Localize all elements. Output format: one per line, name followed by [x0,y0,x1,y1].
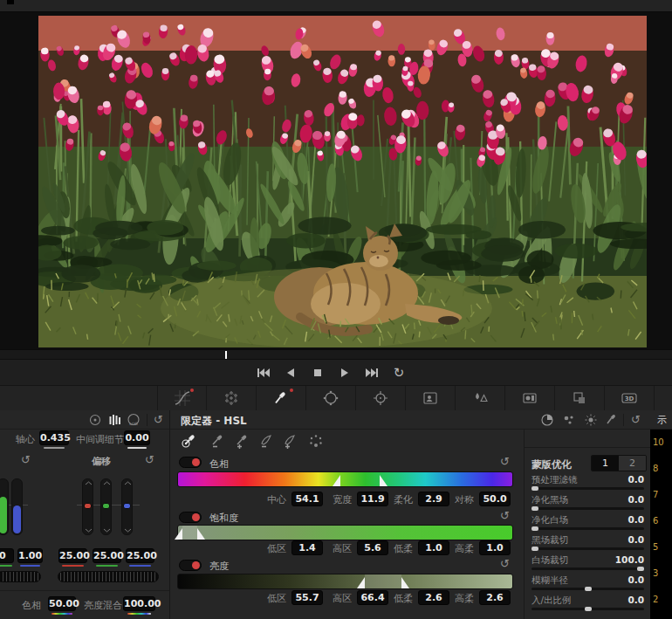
matte-dots-icon[interactable] [562,413,576,427]
keyer-tool-button[interactable] [505,386,555,410]
matte-param-slider[interactable] [531,547,644,550]
matte-param-value[interactable]: 0.0 [627,595,644,605]
lum-highsoft-value[interactable]: 2.6 [479,590,511,605]
first-frame-button[interactable] [256,367,271,379]
primaries-reset-icon[interactable]: ↺ [154,414,163,425]
qualifier-tool-button[interactable] [257,386,306,410]
midtone-detail-value[interactable]: 0.00 [124,430,150,445]
lum-mix-value[interactable]: 100.00 [123,596,155,611]
matte-tab-2[interactable]: 2 [619,456,646,471]
picker-add-icon[interactable] [234,433,250,449]
sat-high-handle[interactable] [197,528,205,540]
matte-param-handle[interactable] [585,607,592,611]
hue-bar[interactable] [177,471,513,487]
sizing-tool-button[interactable] [555,386,605,410]
offset-red-slider[interactable] [82,478,93,535]
bars-reset-icon[interactable]: ↺ [21,454,31,465]
hue-rainbow-underline [51,613,72,615]
matte-param-value[interactable]: 0.0 [627,514,644,525]
viewer-photo[interactable] [38,16,647,347]
sat-highsoft-value[interactable]: 1.0 [479,540,511,555]
hue-reset-icon[interactable]: ↺ [500,456,510,467]
offset-red-value[interactable]: 25.00 [58,548,87,563]
matte-param-handle[interactable] [637,567,644,571]
matte-param-value[interactable]: 100.0 [615,554,644,565]
matte-param-value[interactable]: 0.0 [627,574,644,585]
matte-param-slider[interactable] [531,608,644,610]
lum-low-handle[interactable] [357,577,365,588]
sat-reset-icon[interactable]: ↺ [500,510,510,521]
offset-red-handle[interactable] [84,503,92,509]
color-warper-tool-button[interactable] [207,386,257,410]
green-bar-slider[interactable] [0,478,9,535]
green-bar-value[interactable]: 00 [0,548,14,563]
highlight-icon[interactable] [540,413,554,427]
power-window-tool-button[interactable] [306,386,356,410]
matte-param-value[interactable]: 0.0 [627,474,644,485]
blur-tool-button[interactable] [456,386,505,410]
magic-mask-tool-button[interactable] [406,386,456,410]
hue-high-handle[interactable] [380,475,387,486]
matte-param-handle[interactable] [531,547,538,551]
matte-param-handle[interactable] [531,486,538,491]
picker-subtract-icon[interactable] [209,433,225,449]
hue-toggle[interactable] [179,457,202,468]
invert-mask-icon[interactable] [308,433,324,449]
matte-param-slider[interactable] [531,567,644,570]
playhead[interactable] [225,351,227,359]
hue-sym-value[interactable]: 50.0 [479,492,511,506]
loop-button[interactable]: ↻ [391,367,407,379]
qualifier-reset-icon[interactable]: ↺ [631,414,641,425]
offset-reset-icon[interactable]: ↺ [145,454,154,465]
bars-mode-icon[interactable] [107,413,121,427]
matte-param-slider[interactable] [531,588,644,590]
matte-param-handle[interactable] [585,587,592,591]
3d-tool-button[interactable]: 3D [605,386,655,410]
offset-green-value[interactable]: 25.00 [93,548,121,563]
matte-param-slider[interactable] [531,487,644,490]
pivot-value[interactable]: 0.435 [39,430,69,445]
offset-scroll-wheel[interactable] [58,571,159,582]
hue-low-handle[interactable] [333,475,340,486]
matte-param-value[interactable]: 0.0 [627,534,644,545]
matte-param-slider[interactable] [531,507,644,510]
timeline-scrubber[interactable] [0,349,672,360]
sat-toggle[interactable] [179,512,202,523]
softness-add-icon[interactable] [282,433,298,449]
sat-bar[interactable] [177,525,513,540]
sat-low-handle[interactable] [175,528,182,540]
offset-blue-value[interactable]: 25.00 [126,548,154,563]
blue-bar-value[interactable]: 1.00 [17,548,43,563]
offset-blue-slider[interactable] [121,478,133,535]
lum-toggle[interactable] [179,560,202,571]
matte-param-value[interactable]: 0.0 [627,494,644,505]
matte-param-handle[interactable] [531,506,538,511]
lum-high-handle[interactable] [401,577,409,588]
picker-icon[interactable] [605,413,618,426]
play-reverse-button[interactable] [283,367,298,379]
offset-green-slider[interactable] [100,478,112,535]
tracker-tool-button[interactable] [356,386,406,410]
matte-tab-1[interactable]: 1 [592,456,619,471]
lum-bar[interactable] [177,574,513,589]
matte-param-handle[interactable] [531,526,538,531]
curves-tool-button[interactable] [157,386,207,410]
matte-param-row: 白场裁切100.0 [525,554,650,574]
blue-bar-slider[interactable] [11,478,23,535]
sun-icon[interactable] [584,413,598,427]
wheels-mode-icon[interactable] [88,413,102,427]
offset-green-handle[interactable] [102,503,110,509]
lum-reset-icon[interactable]: ↺ [500,558,510,569]
offset-blue-handle[interactable] [123,503,131,509]
blue-bar-fill [13,506,21,533]
matte-param-slider[interactable] [531,527,644,530]
softness-subtract-icon[interactable] [258,433,274,449]
matte-param-label: 入/出比例 [531,595,572,607]
hue-mix-value[interactable]: 50.00 [48,596,76,611]
stop-button[interactable] [310,367,326,379]
last-frame-button[interactable] [364,367,380,379]
play-forward-button[interactable] [337,367,353,379]
log-mode-icon[interactable]: LOG [127,413,141,427]
picker-main-icon[interactable] [181,433,198,449]
bars-scroll-wheel[interactable] [0,571,41,582]
